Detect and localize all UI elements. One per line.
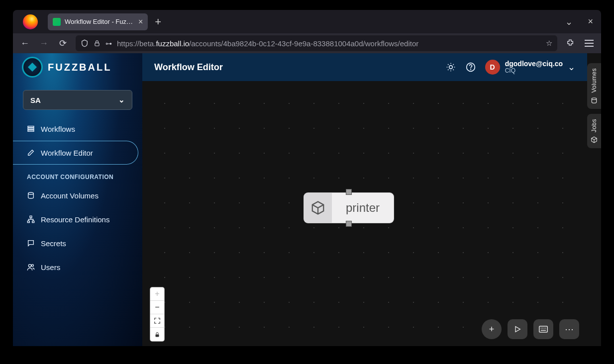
- back-button[interactable]: ←: [19, 37, 31, 49]
- node-label: printer: [332, 201, 394, 215]
- sidebar-nav: Workflows Workflow Editor ACCOUNT CONFIG…: [13, 117, 142, 279]
- user-menu[interactable]: D dgodlove@ciq.co CIQ ⌄: [485, 60, 575, 75]
- lock-icon[interactable]: [94, 40, 101, 47]
- user-org: CIQ: [505, 68, 563, 74]
- lock-view-button[interactable]: [150, 328, 164, 341]
- node-handle-top[interactable]: [346, 189, 352, 195]
- sitemap-icon: [27, 215, 35, 223]
- users-icon: [27, 263, 35, 271]
- browser-toolbar: ← → ⟳ ⊶ https://beta.fuzzball.io/account…: [13, 33, 601, 53]
- chat-icon: [27, 239, 35, 247]
- sidebar-item-account-volumes[interactable]: Account Volumes: [13, 183, 142, 207]
- zoom-in-button[interactable]: +: [150, 287, 164, 301]
- sidebar-item-users[interactable]: Users: [13, 255, 142, 279]
- svg-rect-14: [539, 326, 548, 332]
- window-close-button[interactable]: ×: [588, 16, 593, 27]
- workflow-canvas[interactable]: printer + − +: [142, 81, 587, 346]
- svg-point-4: [28, 192, 34, 194]
- svg-rect-5: [30, 216, 32, 217]
- more-actions-button[interactable]: ⋯: [559, 319, 579, 339]
- shield-icon[interactable]: [81, 39, 89, 47]
- svg-rect-1: [28, 126, 34, 128]
- svg-point-12: [470, 69, 471, 70]
- zoom-controls: + −: [150, 287, 164, 341]
- volume-icon: [591, 97, 598, 104]
- user-email: dgodlove@ciq.co: [505, 60, 563, 68]
- list-icon: [27, 125, 35, 133]
- help-button[interactable]: [465, 62, 476, 73]
- extensions-button[interactable]: [564, 37, 576, 49]
- rail-tab-volumes[interactable]: Volumes: [587, 63, 601, 109]
- account-select[interactable]: SA ⌄: [23, 90, 132, 110]
- sidebar-item-label: Workflows: [41, 125, 75, 133]
- sidebar-item-label: Workflow Editor: [41, 149, 93, 157]
- zoom-out-button[interactable]: −: [150, 301, 164, 314]
- chevron-down-icon: ⌄: [568, 62, 575, 73]
- svg-point-15: [592, 97, 596, 99]
- svg-point-8: [28, 265, 31, 267]
- page-title: Workflow Editor: [154, 62, 223, 73]
- app-root: FUZZBALL SA ⌄ Workflows Workflow Edit: [13, 53, 601, 346]
- sidebar-section-label: ACCOUNT CONFIGURATION: [13, 165, 142, 183]
- volume-icon: [27, 191, 35, 199]
- chevron-down-icon: ⌄: [118, 95, 125, 104]
- edit-icon: [27, 149, 35, 157]
- url-bar[interactable]: ⊶ https://beta.fuzzball.io/accounts/4ba9…: [76, 35, 557, 51]
- browser-menu-button[interactable]: [583, 37, 595, 49]
- avatar: D: [485, 60, 500, 75]
- browser-window: Workflow Editor - Fuzzba × + ⌄ × ← → ⟳ ⊶…: [13, 10, 601, 346]
- fit-view-button[interactable]: [150, 314, 164, 328]
- account-select-value: SA: [30, 96, 41, 104]
- tab-favicon: [53, 18, 61, 26]
- svg-rect-2: [28, 128, 34, 130]
- canvas-action-bar: + ⋯: [482, 319, 579, 339]
- brand-logo-icon: [22, 57, 43, 78]
- svg-point-10: [449, 66, 452, 69]
- forward-button[interactable]: →: [38, 37, 50, 49]
- url-text: https://beta.fuzzball.io/accounts/4ba982…: [117, 39, 418, 48]
- sidebar-item-workflow-editor[interactable]: Workflow Editor: [13, 141, 138, 165]
- tab-close-icon[interactable]: ×: [138, 17, 143, 26]
- svg-point-9: [31, 265, 33, 267]
- rail-label: Volumes: [591, 68, 598, 93]
- keyboard-shortcuts-button[interactable]: [533, 319, 553, 339]
- svg-rect-0: [95, 43, 99, 46]
- add-node-button[interactable]: +: [482, 319, 502, 339]
- permissions-icon[interactable]: ⊶: [105, 40, 112, 47]
- workflow-node[interactable]: printer: [304, 193, 394, 223]
- tab-title: Workflow Editor - Fuzzba: [65, 18, 134, 25]
- brand[interactable]: FUZZBALL: [13, 53, 142, 81]
- bookmark-star-icon[interactable]: ☆: [546, 39, 552, 48]
- browser-tab[interactable]: Workflow Editor - Fuzzba ×: [48, 13, 148, 30]
- sidebar-item-secrets[interactable]: Secrets: [13, 231, 142, 255]
- rail-tab-jobs[interactable]: Jobs: [587, 114, 601, 148]
- tab-strip: Workflow Editor - Fuzzba × + ⌄ ×: [13, 10, 601, 33]
- sidebar-item-resource-definitions[interactable]: Resource Definitions: [13, 207, 142, 231]
- brand-name: FUZZBALL: [48, 62, 111, 73]
- firefox-icon[interactable]: [23, 14, 38, 29]
- sidebar-item-label: Account Volumes: [41, 191, 99, 200]
- rail-label: Jobs: [591, 119, 598, 132]
- svg-rect-6: [27, 221, 29, 222]
- sidebar-item-workflows[interactable]: Workflows: [13, 117, 142, 141]
- sidebar-item-label: Resource Definitions: [41, 215, 109, 224]
- svg-rect-3: [28, 130, 34, 132]
- app-header: Workflow Editor D dgodlove@ciq.co CIQ ⌄: [142, 53, 587, 81]
- node-handle-bottom[interactable]: [346, 221, 352, 227]
- svg-rect-13: [156, 334, 159, 337]
- theme-toggle-button[interactable]: [445, 62, 456, 73]
- sidebar-item-label: Users: [41, 263, 60, 272]
- sidebar: FUZZBALL SA ⌄ Workflows Workflow Edit: [13, 53, 142, 346]
- sidebar-item-label: Secrets: [41, 239, 66, 248]
- cube-icon: [591, 136, 598, 143]
- list-tabs-button[interactable]: ⌄: [565, 16, 573, 27]
- reload-button[interactable]: ⟳: [57, 37, 69, 49]
- new-tab-button[interactable]: +: [155, 15, 161, 28]
- side-rails: Volumes Jobs: [587, 53, 601, 148]
- run-workflow-button[interactable]: [508, 319, 527, 339]
- svg-rect-7: [32, 221, 34, 222]
- cube-icon: [304, 193, 332, 223]
